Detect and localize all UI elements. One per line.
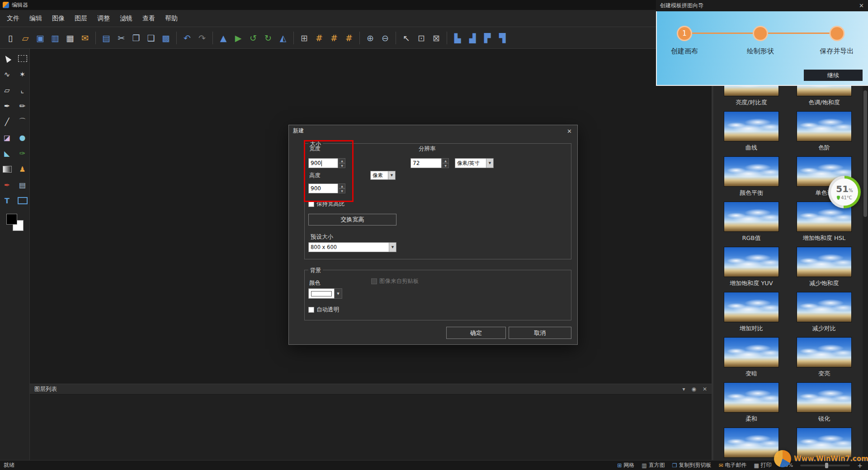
blur-tool[interactable]: ●	[17, 132, 28, 143]
adjustment-preset-thumbnail[interactable]	[797, 382, 852, 413]
cut-icon[interactable]: ✂	[114, 31, 128, 45]
clone-stamp-tool[interactable]: ♟	[17, 163, 28, 175]
spin-up-icon[interactable]: ▲	[339, 158, 345, 163]
resolution-spinner[interactable]: ▲ ▼	[442, 158, 449, 168]
spin-down-icon[interactable]: ▼	[442, 163, 449, 168]
text-tool[interactable]: T	[1, 195, 13, 207]
cancel-button[interactable]: 取消	[509, 327, 571, 339]
adjustment-preset-thumbnail[interactable]	[724, 247, 779, 277]
wizard-step3-circle[interactable]	[829, 26, 844, 41]
chevron-down-icon[interactable]: ▼	[335, 288, 342, 299]
align-top-icon[interactable]: ▛	[481, 31, 494, 45]
adjustment-preset-thumbnail[interactable]	[797, 292, 852, 322]
open-folder-icon[interactable]: ▱	[19, 31, 32, 45]
grid-icon[interactable]: ⊞	[297, 31, 311, 45]
status-item-histogram[interactable]: ▥直方图	[642, 461, 665, 469]
crop-selection-icon[interactable]: ⊡	[415, 31, 428, 45]
adjustment-preset-thumbnail[interactable]	[724, 111, 779, 141]
adjustment-preset-cell[interactable]: 锐化	[797, 382, 852, 428]
adjustment-preset-cell[interactable]: 颜色平衡	[724, 156, 779, 202]
chevron-down-icon[interactable]: ▼	[388, 171, 395, 179]
pencil-tool[interactable]: ✏	[17, 100, 28, 112]
align-bottom-icon[interactable]: ▜	[495, 31, 509, 45]
status-item-email[interactable]: ✉电子邮件	[718, 461, 746, 469]
resolution-unit-dropdown[interactable]: 像素/英寸 ▼	[455, 158, 494, 168]
color-picker-tool[interactable]: ✑	[17, 147, 28, 159]
align-right-icon[interactable]: ▟	[466, 31, 479, 45]
status-item-grid[interactable]: ⊞网格	[617, 461, 634, 469]
paste-as-new-icon[interactable]: ▤	[99, 31, 113, 45]
color-swatch[interactable]	[308, 288, 335, 299]
zoom-in-icon[interactable]: ⊕	[363, 31, 377, 45]
rect-tool[interactable]	[17, 195, 28, 207]
height-input[interactable]: 900	[308, 183, 338, 193]
foreground-color-swatch[interactable]	[6, 214, 17, 225]
adjustment-preset-thumbnail[interactable]	[797, 247, 852, 277]
adjustment-preset-cell[interactable]: 增加对比	[724, 292, 779, 337]
menu-item-图层[interactable]: 图层	[70, 13, 92, 24]
menu-item-编辑[interactable]: 编辑	[24, 13, 47, 24]
wizard-step2-circle[interactable]	[753, 26, 768, 41]
status-item-print[interactable]: ▦打印	[754, 461, 771, 469]
spin-up-icon[interactable]: ▲	[339, 183, 345, 188]
pin-icon[interactable]: ◉	[691, 386, 696, 392]
menu-item-文件[interactable]: 文件	[2, 13, 24, 24]
height-spinner[interactable]: ▲ ▼	[339, 183, 345, 193]
align-left-icon[interactable]: ▙	[451, 31, 464, 45]
crop-canvas-icon[interactable]: ⊠	[429, 31, 443, 45]
paste-icon[interactable]: ❑	[144, 31, 158, 45]
auto-transparent-checkbox[interactable]: 自动透明	[308, 306, 339, 314]
magic-wand-tool[interactable]: ✶	[17, 68, 28, 80]
adjustment-preset-cell[interactable]: 曲线	[724, 111, 779, 156]
eraser-tool[interactable]: ◪	[1, 132, 13, 143]
keep-aspect-checkbox[interactable]: 保持宽高比	[308, 200, 345, 208]
select-tool[interactable]	[1, 52, 13, 64]
adjustment-preset-thumbnail[interactable]	[724, 382, 779, 413]
adjustment-preset-cell[interactable]: 变亮	[797, 337, 852, 382]
spin-down-icon[interactable]: ▼	[339, 188, 345, 193]
menu-item-滤镜[interactable]: 滤镜	[115, 13, 137, 24]
adjustment-preset-thumbnail[interactable]	[724, 428, 779, 458]
grid-small-icon[interactable]: #	[312, 31, 326, 45]
print-icon[interactable]: ▦	[63, 31, 77, 45]
continue-button[interactable]: 继续	[804, 70, 863, 81]
chevron-down-icon[interactable]: ▼	[486, 159, 493, 168]
dialog-titlebar[interactable]: 新建 ✕	[289, 125, 577, 136]
flip-horizontal-icon[interactable]: ▲	[217, 31, 230, 45]
background-color-dropdown[interactable]: ▼	[308, 288, 342, 299]
marquee-tool[interactable]	[17, 52, 28, 64]
rotate-left-icon[interactable]: ↺	[246, 31, 260, 45]
spin-down-icon[interactable]: ▼	[339, 163, 345, 168]
system-monitor-badge[interactable]: 51% 41°C	[828, 176, 861, 208]
scrollbar-thumb[interactable]	[863, 90, 867, 217]
width-input[interactable]: 900	[308, 158, 338, 168]
redo-icon[interactable]: ↷	[195, 31, 209, 45]
adjustment-preset-thumbnail[interactable]	[724, 156, 779, 187]
chevron-down-icon[interactable]: ▼	[389, 243, 396, 252]
adjustment-preset-thumbnail[interactable]	[724, 292, 779, 322]
checkbox-box[interactable]	[308, 307, 314, 313]
lasso-tool[interactable]: ∿	[1, 68, 13, 80]
pointer-icon[interactable]: ↖	[400, 31, 413, 45]
new-file-icon[interactable]: ▯	[4, 31, 17, 45]
save-icon[interactable]: ▣	[33, 31, 47, 45]
fill-tool[interactable]: ◣	[1, 147, 13, 159]
gradient-tool[interactable]	[1, 163, 13, 175]
unit-dropdown[interactable]: 像素 ▼	[370, 171, 396, 180]
free-rotate-icon[interactable]: ◭	[276, 31, 290, 45]
checkbox-box[interactable]	[308, 201, 314, 207]
adjustment-preset-thumbnail[interactable]	[724, 202, 779, 232]
adjustment-preset-cell[interactable]: RGB值	[724, 202, 779, 247]
zoom-out-icon[interactable]: ⊖	[378, 31, 392, 45]
swap-width-height-button[interactable]: 交换宽高	[308, 214, 396, 226]
adjustment-preset-cell[interactable]	[724, 428, 779, 460]
adjustment-preset-cell[interactable]: 色阶	[797, 111, 852, 156]
red-brush-tool[interactable]: ✒	[1, 179, 13, 191]
adjustment-preset-cell[interactable]: 增加饱和度 HSL	[797, 202, 852, 247]
adjustment-preset-cell[interactable]: 变暗	[724, 337, 779, 382]
collapse-icon[interactable]: ▾	[682, 386, 685, 392]
width-spinner[interactable]: ▲ ▼	[339, 158, 345, 168]
menu-item-图像[interactable]: 图像	[47, 13, 70, 24]
adjustment-preset-cell[interactable]: 减少对比	[797, 292, 852, 337]
flip-vertical-icon[interactable]: ▶	[231, 31, 245, 45]
